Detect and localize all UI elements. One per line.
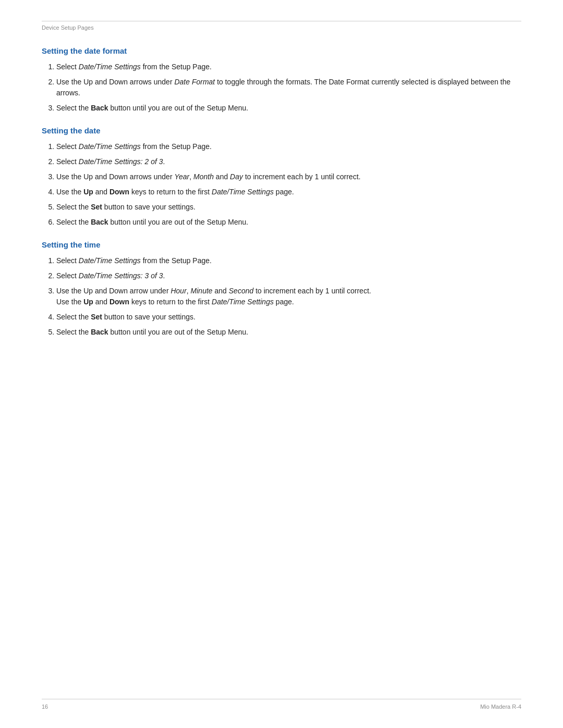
list-item: Use the Up and Down keys to return to th… xyxy=(56,187,521,198)
steps-time: Select Date/Time Settings from the Setup… xyxy=(56,255,521,338)
step-italic: Date/Time Settings xyxy=(79,142,141,151)
footer-rule xyxy=(42,699,521,699)
step-italic: Minute xyxy=(191,287,213,295)
page-container: Device Setup Pages Setting the date form… xyxy=(0,0,563,728)
step-bold: Back xyxy=(91,218,108,226)
step-bold: Up xyxy=(83,298,93,306)
step-italic: Date/Time Settings xyxy=(212,188,274,196)
list-item: Select Date/Time Settings from the Setup… xyxy=(56,141,521,152)
step-italic: Date/Time Settings: 3 of 3 xyxy=(79,272,163,280)
step-italic: Year xyxy=(174,172,189,181)
footer: 16 Mio Madera R-4 xyxy=(42,704,521,710)
list-item: Use the Up and Down arrow under Hour, Mi… xyxy=(56,286,521,307)
section-time: Setting the time Select Date/Time Settin… xyxy=(42,240,521,338)
step-bold: Set xyxy=(91,203,102,211)
product-name: Mio Madera R-4 xyxy=(480,704,521,710)
list-item: Select Date/Time Settings: 2 of 3. xyxy=(56,156,521,167)
page-header-label: Device Setup Pages xyxy=(42,24,521,31)
steps-date-format: Select Date/Time Settings from the Setup… xyxy=(56,61,521,114)
steps-date: Select Date/Time Settings from the Setup… xyxy=(56,141,521,228)
step-italic: Second xyxy=(229,287,253,295)
section-title-date: Setting the date xyxy=(42,126,521,135)
step-italic: Date/Time Settings xyxy=(79,63,141,71)
step-bold: Down xyxy=(109,188,129,196)
section-date: Setting the date Select Date/Time Settin… xyxy=(42,126,521,228)
step-bold: Down xyxy=(109,298,129,306)
step-italic: Hour xyxy=(170,287,186,295)
list-item: Select the Back button until you are out… xyxy=(56,217,521,228)
list-item: Select the Back button until you are out… xyxy=(56,103,521,114)
step-bold: Back xyxy=(91,328,108,336)
list-item: Select the Set button to save your setti… xyxy=(56,202,521,213)
section-date-format: Setting the date format Select Date/Time… xyxy=(42,46,521,114)
section-title-date-format: Setting the date format xyxy=(42,46,521,55)
step-italic: Date/Time Settings: 2 of 3 xyxy=(79,157,163,166)
page-number: 16 xyxy=(42,704,48,710)
step-bold: Set xyxy=(91,313,102,321)
header-rule xyxy=(42,21,521,21)
list-item: Select Date/Time Settings from the Setup… xyxy=(56,255,521,266)
step-bold: Back xyxy=(91,104,108,112)
step-italic: Date/Time Settings xyxy=(212,298,274,306)
list-item: Select the Back button until you are out… xyxy=(56,327,521,338)
step-italic: Date Format xyxy=(174,78,215,86)
list-item: Use the Up and Down arrows under Year, M… xyxy=(56,171,521,182)
list-item: Use the Up and Down arrows under Date Fo… xyxy=(56,77,521,98)
step-italic: Month xyxy=(193,172,214,181)
list-item: Select Date/Time Settings from the Setup… xyxy=(56,61,521,72)
list-item: Select the Set button to save your setti… xyxy=(56,312,521,323)
step-italic: Day xyxy=(230,172,243,181)
step-italic: Date/Time Settings xyxy=(79,256,141,265)
list-item: Select Date/Time Settings: 3 of 3. xyxy=(56,270,521,281)
section-title-time: Setting the time xyxy=(42,240,521,249)
step-bold: Up xyxy=(83,188,93,196)
